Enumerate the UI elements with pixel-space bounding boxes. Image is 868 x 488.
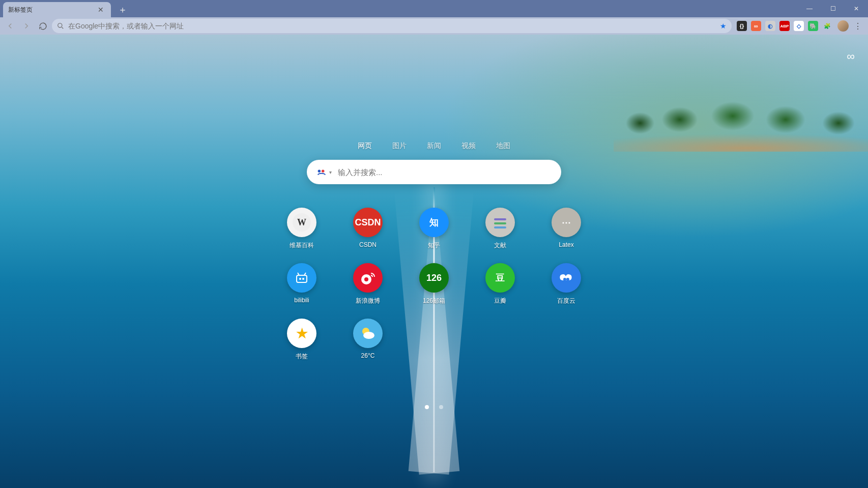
svg-point-13 bbox=[563, 278, 566, 281]
search-tab-视频[interactable]: 视频 bbox=[461, 141, 476, 151]
page-dot-0[interactable] bbox=[425, 405, 429, 409]
titlebar: 新标签页 ✕ ＋ — ☐ ✕ bbox=[0, 0, 868, 17]
svg-rect-5 bbox=[494, 218, 506, 220]
search-input[interactable] bbox=[338, 168, 552, 177]
tile-icon-csdn: CSDN bbox=[353, 208, 383, 237]
ext-evernote[interactable]: 🐘 bbox=[808, 21, 818, 31]
svg-point-9 bbox=[300, 278, 301, 279]
tile-baiduyun[interactable]: 百度云 bbox=[541, 263, 592, 305]
tile-label: 新浪微博 bbox=[356, 297, 380, 305]
tile-zhihu[interactable]: 知知乎 bbox=[409, 208, 459, 250]
tile-icon-latex: ⋯ bbox=[552, 208, 581, 237]
window-maximize-button[interactable]: ☐ bbox=[821, 0, 845, 17]
extension-icons: {}∞◐ABP◇🐘🧩 bbox=[734, 21, 835, 31]
tile-icon-126mail: 126 bbox=[419, 263, 449, 293]
svg-point-2 bbox=[322, 169, 325, 173]
profile-avatar[interactable] bbox=[837, 20, 849, 32]
ext-diamond[interactable]: ◇ bbox=[794, 21, 804, 31]
search-icon bbox=[57, 22, 64, 30]
ext-infinity[interactable]: ∞ bbox=[751, 21, 761, 31]
tile-latex[interactable]: ⋯Latex bbox=[541, 208, 592, 250]
tile-bilibili[interactable]: bilibili bbox=[276, 263, 327, 305]
tile-label: 26°C bbox=[361, 352, 375, 359]
infinity-settings-icon[interactable]: ∞ bbox=[847, 50, 855, 63]
toolbar: ★ {}∞◐ABP◇🐘🧩 ⋮ bbox=[0, 17, 868, 35]
tile-label: 百度云 bbox=[557, 297, 575, 305]
address-bar[interactable]: ★ bbox=[52, 19, 732, 33]
search-category-tabs: 网页图片新闻视频地图 bbox=[358, 141, 510, 151]
tile-label: 维基百科 bbox=[290, 241, 314, 250]
page-indicator bbox=[425, 405, 443, 409]
svg-point-16 bbox=[363, 332, 374, 339]
tile-label: 豆瓣 bbox=[494, 297, 506, 305]
tile-icon-douban: 豆 bbox=[485, 263, 515, 293]
new-tab-page: ∞ 网页图片新闻视频地图 ▾ W维基百科CSDNCSDN知知乎文献⋯Latexb… bbox=[0, 35, 868, 488]
search-box[interactable]: ▾ bbox=[307, 160, 561, 184]
ext-abp[interactable]: ABP bbox=[779, 21, 790, 31]
tile-csdn[interactable]: CSDNCSDN bbox=[342, 208, 393, 250]
svg-text:W: W bbox=[297, 217, 306, 227]
back-button[interactable] bbox=[3, 19, 17, 33]
wallpaper-island bbox=[614, 80, 868, 152]
browser-tab[interactable]: 新标签页 ✕ bbox=[3, 2, 111, 17]
svg-point-0 bbox=[58, 23, 62, 27]
tile-label: 文献 bbox=[494, 241, 506, 250]
tile-label: 126邮箱 bbox=[423, 297, 445, 305]
new-tab-button[interactable]: ＋ bbox=[116, 3, 129, 16]
ext-puzzle[interactable]: 🧩 bbox=[822, 21, 832, 31]
svg-point-1 bbox=[318, 169, 321, 173]
tile-bookmarks[interactable]: ★书签 bbox=[276, 319, 327, 361]
tile-label: Latex bbox=[559, 241, 573, 248]
tile-label: 知乎 bbox=[428, 241, 440, 250]
tile-icon-bookmarks: ★ bbox=[287, 319, 316, 348]
tile-icon-bilibili bbox=[287, 263, 316, 293]
ext-moon[interactable]: ◐ bbox=[765, 21, 775, 31]
svg-point-10 bbox=[303, 278, 304, 279]
search-tab-地图[interactable]: 地图 bbox=[496, 141, 510, 151]
tile-wikipedia[interactable]: W维基百科 bbox=[276, 208, 327, 250]
omnibox-input[interactable] bbox=[68, 22, 716, 30]
tile-icon-weather bbox=[353, 319, 383, 348]
tile-126mail[interactable]: 126126邮箱 bbox=[409, 263, 459, 305]
tile-icon-wikipedia: W bbox=[287, 208, 316, 237]
tile-label: 书签 bbox=[296, 352, 308, 361]
chrome-menu-button[interactable]: ⋮ bbox=[851, 21, 865, 31]
tile-weibo[interactable]: 新浪微博 bbox=[342, 263, 393, 305]
speed-dial-grid: W维基百科CSDNCSDN知知乎文献⋯Latexbilibili新浪微博1261… bbox=[276, 208, 592, 361]
svg-point-12 bbox=[364, 277, 368, 281]
engine-selector-caret-icon[interactable]: ▾ bbox=[329, 169, 332, 175]
page-dot-1[interactable] bbox=[439, 405, 443, 409]
tab-close-icon[interactable]: ✕ bbox=[96, 6, 106, 14]
forward-button[interactable] bbox=[19, 19, 34, 33]
window-close-button[interactable]: ✕ bbox=[845, 0, 868, 17]
center-column: 网页图片新闻视频地图 ▾ W维基百科CSDNCSDN知知乎文献⋯Latexbil… bbox=[241, 35, 627, 361]
tile-weather[interactable]: 26°C bbox=[342, 319, 393, 361]
tile-icon-wenxian bbox=[485, 208, 515, 237]
tile-icon-baiduyun bbox=[552, 263, 581, 293]
tab-title: 新标签页 bbox=[8, 6, 96, 14]
search-engine-icon[interactable] bbox=[316, 166, 327, 178]
svg-point-14 bbox=[566, 278, 569, 281]
tile-wenxian[interactable]: 文献 bbox=[475, 208, 526, 250]
search-tab-新闻[interactable]: 新闻 bbox=[427, 141, 441, 151]
window-controls: — ☐ ✕ bbox=[798, 0, 868, 17]
search-tab-图片[interactable]: 图片 bbox=[392, 141, 407, 151]
svg-rect-7 bbox=[494, 226, 506, 228]
bookmark-star-icon[interactable]: ★ bbox=[720, 22, 727, 30]
tile-icon-zhihu: 知 bbox=[419, 208, 449, 237]
ext-code[interactable]: {} bbox=[737, 21, 747, 31]
tile-label: CSDN bbox=[359, 241, 377, 248]
search-tab-网页[interactable]: 网页 bbox=[358, 141, 372, 151]
tile-label: bilibili bbox=[294, 297, 309, 304]
tile-douban[interactable]: 豆豆瓣 bbox=[475, 263, 526, 305]
svg-rect-6 bbox=[494, 222, 506, 224]
window-minimize-button[interactable]: — bbox=[798, 0, 821, 17]
tile-icon-weibo bbox=[353, 263, 383, 293]
reload-button[interactable] bbox=[36, 19, 50, 33]
svg-rect-8 bbox=[297, 275, 307, 282]
